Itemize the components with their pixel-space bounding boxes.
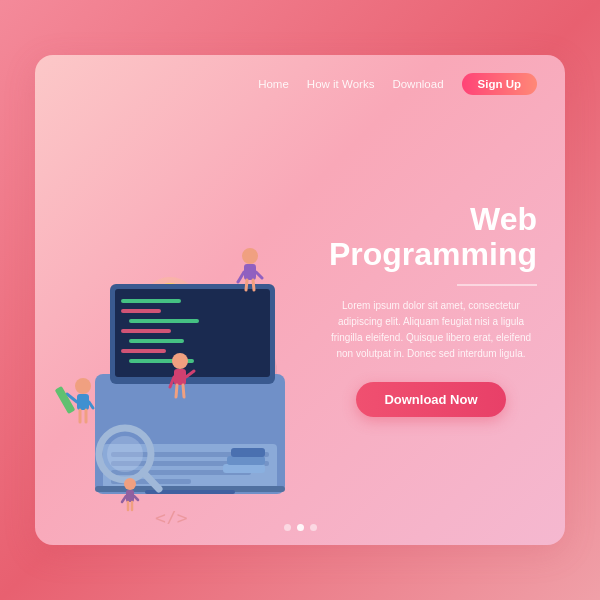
svg-point-43 (75, 378, 91, 394)
svg-rect-51 (174, 369, 186, 385)
svg-point-56 (124, 478, 136, 490)
svg-rect-25 (129, 339, 184, 343)
illustration-area: </> (35, 95, 315, 524)
title-divider (457, 284, 537, 286)
svg-rect-38 (244, 264, 256, 280)
nav-how-it-works[interactable]: How it Works (307, 78, 375, 90)
svg-line-54 (176, 385, 177, 397)
hero-text-area: Web Programming Lorem ipsum dolor sit am… (315, 95, 565, 524)
signup-button[interactable]: Sign Up (462, 73, 537, 95)
svg-rect-24 (121, 329, 171, 333)
navbar: Home How it Works Download Sign Up (35, 55, 565, 95)
dot-2[interactable] (297, 524, 304, 531)
nav-home[interactable]: Home (258, 78, 289, 90)
svg-rect-33 (223, 464, 265, 473)
svg-line-39 (238, 272, 244, 282)
svg-rect-23 (129, 319, 199, 323)
download-button[interactable]: Download Now (356, 382, 505, 417)
nav-download[interactable]: Download (392, 78, 443, 90)
svg-rect-26 (121, 349, 166, 353)
svg-rect-35 (231, 448, 265, 457)
landing-card: Home How it Works Download Sign Up (35, 55, 565, 545)
hero-title: Web Programming (325, 202, 537, 272)
svg-rect-22 (121, 309, 161, 313)
svg-rect-44 (77, 394, 89, 410)
svg-point-37 (242, 248, 258, 264)
svg-line-46 (89, 402, 93, 408)
svg-point-50 (172, 353, 188, 369)
svg-rect-34 (227, 456, 265, 465)
svg-line-59 (134, 496, 138, 500)
dot-1[interactable] (284, 524, 291, 531)
main-content: </> (35, 95, 565, 524)
svg-rect-21 (121, 299, 181, 303)
hero-illustration: </> (35, 134, 325, 524)
svg-point-32 (107, 436, 143, 472)
svg-line-40 (256, 272, 262, 278)
svg-line-58 (122, 496, 126, 502)
svg-line-55 (183, 385, 184, 397)
svg-line-41 (246, 280, 247, 290)
dot-3[interactable] (310, 524, 317, 531)
hero-description: Lorem ipsum dolor sit amet, consectetur … (325, 298, 537, 362)
svg-text:</>: </> (155, 507, 188, 524)
pagination-dots (35, 524, 565, 545)
svg-line-42 (253, 280, 254, 290)
